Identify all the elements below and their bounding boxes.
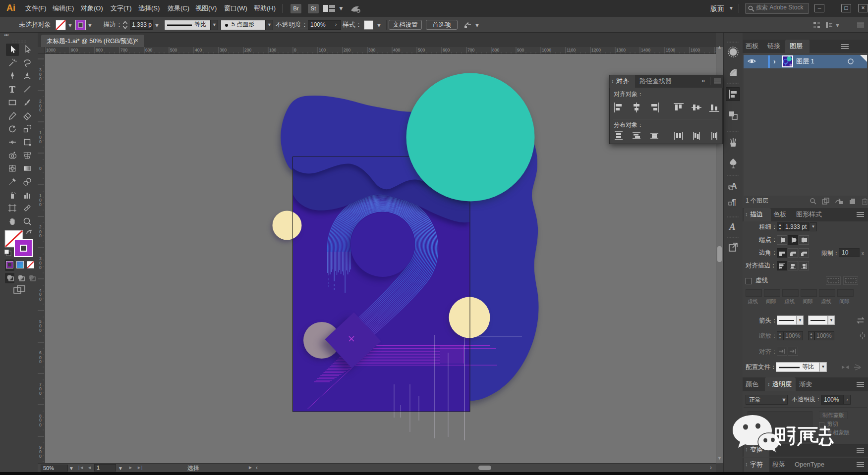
svg-text:0: 0 <box>39 328 42 333</box>
svg-text:600: 600 <box>443 48 450 53</box>
svg-text:0: 0 <box>39 166 42 171</box>
svg-text:1000: 1000 <box>542 48 551 53</box>
svg-text:700: 700 <box>120 48 127 53</box>
svg-text:0: 0 <box>39 422 42 427</box>
svg-text:0: 0 <box>39 418 42 422</box>
svg-text:1100: 1100 <box>567 48 576 53</box>
svg-text:0: 0 <box>39 454 42 459</box>
svg-text:100: 100 <box>269 48 276 53</box>
svg-text:500: 500 <box>418 48 425 53</box>
svg-text:1300: 1300 <box>616 48 626 53</box>
svg-text:0: 0 <box>39 107 42 112</box>
svg-text:900: 900 <box>517 48 524 53</box>
svg-text:900: 900 <box>71 48 78 53</box>
svg-text:200: 200 <box>344 48 350 53</box>
svg-text:2: 2 <box>39 224 42 229</box>
svg-text:1200: 1200 <box>591 48 601 53</box>
svg-text:0: 0 <box>39 265 42 270</box>
svg-text:0: 0 <box>39 359 42 364</box>
svg-text:100: 100 <box>319 48 326 53</box>
svg-text:700: 700 <box>467 48 474 53</box>
svg-text:200: 200 <box>244 48 251 53</box>
svg-text:0: 0 <box>294 48 296 53</box>
svg-text:0: 0 <box>39 202 42 207</box>
svg-text:1400: 1400 <box>641 48 650 53</box>
svg-text:A: A <box>729 221 736 232</box>
svg-text:300: 300 <box>368 48 375 53</box>
svg-text:0: 0 <box>39 391 42 396</box>
svg-text:400: 400 <box>393 48 400 53</box>
svg-text:600: 600 <box>145 48 152 53</box>
svg-text:300: 300 <box>220 48 227 53</box>
svg-text:0: 0 <box>39 76 42 81</box>
svg-text:0: 0 <box>39 297 42 302</box>
svg-text:0: 0 <box>39 139 42 144</box>
svg-text:1500: 1500 <box>666 48 675 53</box>
svg-text:0: 0 <box>39 292 42 297</box>
svg-text:1000: 1000 <box>46 48 56 53</box>
svg-text:6: 6 <box>39 350 42 355</box>
svg-text:800: 800 <box>492 48 499 53</box>
svg-text:400: 400 <box>195 48 202 53</box>
svg-text:500: 500 <box>170 48 177 53</box>
svg-text:800: 800 <box>96 48 103 53</box>
svg-text:2: 2 <box>39 99 42 104</box>
svg-text:0: 0 <box>39 233 42 238</box>
svg-text:¶: ¶ <box>732 198 736 207</box>
svg-text:1600: 1600 <box>691 48 700 53</box>
